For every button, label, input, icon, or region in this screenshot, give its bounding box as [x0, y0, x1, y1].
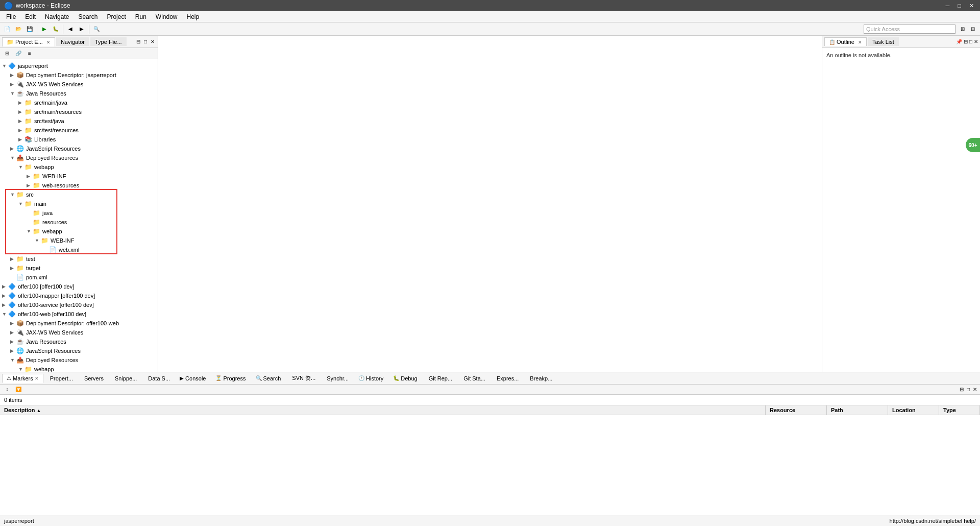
toolbar-perspective2-button[interactable]: ⊟: [968, 24, 978, 34]
tree-toggle[interactable]: ▶: [10, 266, 16, 271]
tree-toggle[interactable]: ▼: [27, 229, 33, 234]
col-location[interactable]: Location: [888, 405, 939, 415]
tree-toggle[interactable]: ▶: [10, 146, 16, 151]
bottom-tab-search[interactable]: 🔍Search: [251, 374, 286, 383]
menu-item-edit[interactable]: Edit: [21, 12, 40, 21]
tree-toggle[interactable]: ▼: [35, 238, 41, 243]
tab-navigator[interactable]: Navigator: [56, 37, 89, 46]
bottom-tab-data-s...[interactable]: Data S...: [142, 374, 175, 383]
title-bar-controls[interactable]: ─ □ ✕: [944, 3, 976, 9]
notification-badge[interactable]: 60+: [966, 138, 980, 152]
tree-toggle[interactable]: ▶: [10, 339, 16, 344]
tree-node-webapp[interactable]: ▼📁webapp: [0, 162, 158, 172]
bottom-tab-git-rep...[interactable]: Git Rep...: [423, 374, 457, 383]
tree-node-test[interactable]: ▶📁test: [0, 254, 158, 264]
tree-node-offer100-mapper[interactable]: ▶🔷offer100-mapper [offer100 dev]: [0, 291, 158, 300]
tree-node-src[interactable]: ▼📁src: [0, 190, 158, 199]
toolbar-debug-button[interactable]: 🐛: [51, 24, 61, 34]
tree-node-pom-xml[interactable]: 📄pom.xml: [0, 273, 158, 282]
outline-collapse-button[interactable]: ⊟: [964, 39, 968, 44]
tree-toggle[interactable]: ▶: [10, 330, 16, 335]
tree-toggle[interactable]: ▼: [2, 63, 8, 68]
bottom-tab-git-sta...[interactable]: Git Sta...: [457, 374, 490, 383]
bottom-tab-debug[interactable]: 🐛Debug: [388, 374, 422, 383]
menu-item-project[interactable]: Project: [103, 12, 130, 21]
tab-type-hierarchy[interactable]: Type Hie...: [90, 37, 127, 46]
tree-toggle[interactable]: ▼: [18, 367, 24, 372]
tree-node-js-res2[interactable]: ▶🌐JavaScript Resources: [0, 346, 158, 355]
tree-toggle[interactable]: ▼: [10, 91, 16, 96]
tab-close[interactable]: ✕: [35, 376, 39, 381]
tree-toggle[interactable]: ▼: [10, 357, 16, 363]
tree-node-src-main-java[interactable]: ▶📁src/main/java: [0, 98, 158, 107]
tree-node-web-resources[interactable]: ▶📁web-resources: [0, 181, 158, 190]
tree-node-deploy-desc[interactable]: ▶📦Deployment Descriptor: jasperreport: [0, 70, 158, 80]
tree-node-web-inf2[interactable]: ▼📁WEB-INF: [0, 236, 158, 245]
menu-item-file[interactable]: File: [2, 12, 20, 21]
tree-toggle[interactable]: ▶: [18, 109, 24, 114]
tree-toggle[interactable]: ▶: [10, 321, 16, 326]
tree-toggle[interactable]: ▶: [10, 348, 16, 353]
tree-toggle[interactable]: ▼: [10, 192, 16, 197]
tree-node-offer100-web[interactable]: ▼🔷offer100-web [offer100 dev]: [0, 309, 158, 319]
tree-node-offer100-service[interactable]: ▶🔷offer100-service [offer100 dev]: [0, 300, 158, 309]
maximize-button[interactable]: □: [955, 3, 963, 9]
bottom-close-button[interactable]: ✕: [972, 386, 978, 393]
tree-node-web-xml[interactable]: 📄web.xml: [0, 245, 158, 254]
tree-toggle[interactable]: ▶: [2, 293, 8, 298]
tree-toggle[interactable]: ▶: [18, 137, 24, 142]
bottom-toolbar-sort[interactable]: ↕: [2, 385, 12, 395]
tree-node-src-main-res[interactable]: ▶📁src/main/resources: [0, 107, 158, 116]
tree-toggle[interactable]: ▶: [10, 256, 16, 261]
tree-node-libraries[interactable]: ▶📚Libraries: [0, 135, 158, 144]
toolbar-new-button[interactable]: 📄: [2, 24, 12, 34]
tree-toggle[interactable]: ▶: [10, 82, 16, 87]
tree-node-deployed-res2[interactable]: ▼📤Deployed Resources: [0, 355, 158, 365]
menu-item-navigate[interactable]: Navigate: [41, 12, 73, 21]
tree-node-offer100[interactable]: ▶🔷offer100 [offer100 dev]: [0, 282, 158, 291]
panel-toolbar-link[interactable]: 🔗: [13, 49, 23, 59]
col-type[interactable]: Type: [939, 405, 980, 415]
toolbar-forward-button[interactable]: ▶: [77, 24, 87, 34]
tree-toggle[interactable]: ▶: [18, 100, 24, 105]
tree-node-deploy-desc2[interactable]: ▶📦Deployment Descriptor: offer100-web: [0, 319, 158, 328]
panel-collapse-button[interactable]: ⊟: [135, 38, 141, 45]
toolbar-save-button[interactable]: 💾: [24, 24, 35, 34]
col-description[interactable]: Description ▲: [0, 405, 766, 415]
tree-node-java[interactable]: 📁java: [0, 208, 158, 218]
tree-toggle[interactable]: ▼: [10, 155, 16, 160]
tree-toggle[interactable]: ▼: [2, 312, 8, 317]
toolbar-run-button[interactable]: ▶: [39, 24, 50, 34]
tree-node-resources[interactable]: 📁resources: [0, 218, 158, 227]
tree-node-main[interactable]: ▼📁main: [0, 199, 158, 208]
panel-toolbar-collapse-all[interactable]: ⊟: [2, 49, 12, 59]
menu-item-window[interactable]: Window: [152, 12, 182, 21]
tab-outline-close[interactable]: ✕: [858, 40, 862, 45]
tree-toggle[interactable]: ▶: [2, 302, 8, 307]
tree-container[interactable]: ▼🔷jasperreport▶📦Deployment Descriptor: j…: [0, 59, 158, 372]
tree-node-java-res2[interactable]: ▶☕Java Resources: [0, 337, 158, 346]
minimize-button[interactable]: ─: [944, 3, 952, 9]
quick-access-input[interactable]: Quick Access: [864, 25, 955, 34]
bottom-tab-history[interactable]: 🕐History: [354, 374, 388, 383]
outline-maximize-button[interactable]: □: [969, 39, 972, 44]
panel-close-button[interactable]: ✕: [150, 38, 156, 45]
bottom-tab-expres...[interactable]: Expres...: [491, 374, 523, 383]
tree-toggle[interactable]: ▶: [2, 284, 8, 289]
tree-toggle[interactable]: ▶: [18, 118, 24, 124]
col-path[interactable]: Path: [827, 405, 888, 415]
close-button[interactable]: ✕: [967, 3, 976, 9]
toolbar-open-button[interactable]: 📂: [13, 24, 23, 34]
bottom-tab-servers[interactable]: Servers: [78, 374, 108, 383]
tab-outline[interactable]: 📋 Outline ✕: [824, 37, 867, 46]
tab-task-list[interactable]: Task List: [868, 37, 899, 46]
toolbar-search-button[interactable]: 🔍: [91, 24, 102, 34]
tree-node-webapp2[interactable]: ▼📁webapp: [0, 227, 158, 236]
tree-node-web-inf[interactable]: ▶📁WEB-INF: [0, 172, 158, 181]
panel-toolbar-menu[interactable]: ≡: [24, 49, 35, 59]
tree-node-deployed-res[interactable]: ▼📤Deployed Resources: [0, 153, 158, 162]
bottom-tab-markers[interactable]: ⚠Markers✕: [2, 374, 43, 383]
tree-node-java-res[interactable]: ▼☕Java Resources: [0, 89, 158, 98]
bottom-tab-breakp...[interactable]: Breakp...: [524, 374, 557, 383]
tree-toggle[interactable]: ▼: [18, 201, 24, 206]
